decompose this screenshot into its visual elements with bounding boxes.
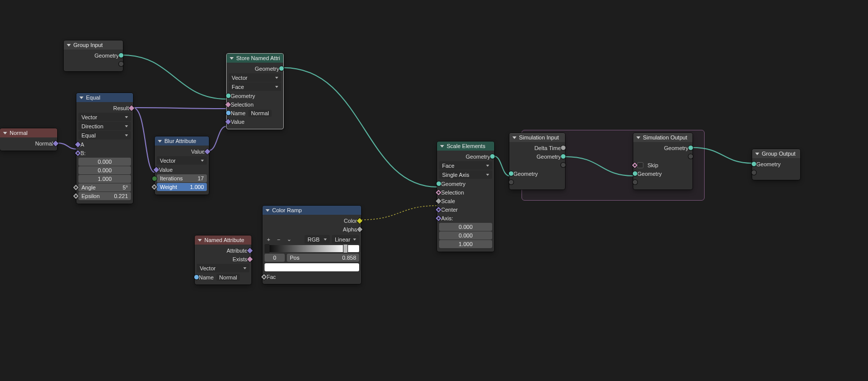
- input-extend[interactable]: [635, 178, 690, 186]
- node-header[interactable]: Named Attribute: [195, 235, 251, 245]
- socket-in-selection[interactable]: [225, 102, 231, 107]
- socket-out-geometry[interactable]: [688, 146, 693, 150]
- dropdown-data-type[interactable]: Vector: [197, 264, 249, 272]
- socket-in-extend[interactable]: [752, 170, 756, 175]
- output-color[interactable]: Color: [265, 216, 359, 225]
- socket-out-result[interactable]: [128, 105, 134, 111]
- input-extend[interactable]: [511, 178, 563, 186]
- input-geometry[interactable]: Geometry: [229, 91, 281, 100]
- socket-in-selection[interactable]: [436, 189, 441, 195]
- name-textbox[interactable]: Normal: [248, 110, 271, 117]
- socket-in-extend[interactable]: [509, 180, 513, 184]
- dropdown-domain[interactable]: Face: [439, 161, 492, 170]
- input-geometry[interactable]: Geometry: [439, 179, 492, 188]
- socket-in-geometry[interactable]: [437, 181, 441, 186]
- input-axis-z[interactable]: 1.000: [439, 240, 492, 248]
- input-angle[interactable]: Angle 5°: [78, 183, 131, 192]
- socket-in-value[interactable]: [153, 167, 159, 172]
- input-geometry[interactable]: Geometry: [511, 169, 563, 178]
- ramp-stop-0[interactable]: [265, 244, 270, 253]
- input-geometry[interactable]: Geometry: [635, 169, 690, 178]
- node-header[interactable]: Group Output: [752, 149, 800, 158]
- socket-out-extend[interactable]: [688, 154, 693, 159]
- output-geometry[interactable]: Geometry: [511, 152, 563, 161]
- ramp-stop-color-swatch[interactable]: [265, 263, 359, 271]
- input-axis-label[interactable]: Axis:: [439, 214, 492, 222]
- node-header[interactable]: Color Ramp: [263, 206, 361, 215]
- input-b-x[interactable]: 0.000: [78, 158, 131, 166]
- socket-out-normal[interactable]: [53, 140, 58, 146]
- output-result[interactable]: Result: [78, 104, 131, 112]
- socket-out-extend[interactable]: [119, 62, 123, 66]
- output-alpha[interactable]: Alpha: [265, 225, 359, 233]
- output-geometry[interactable]: Geometry: [635, 144, 690, 152]
- socket-in-value[interactable]: [225, 119, 231, 124]
- socket-in-extend[interactable]: [633, 180, 637, 184]
- dropdown-interpolation[interactable]: Linear: [332, 235, 359, 244]
- input-b-label[interactable]: B:: [78, 149, 131, 157]
- socket-out-value[interactable]: [204, 149, 210, 154]
- socket-out-geometry[interactable]: [561, 154, 566, 159]
- socket-in-center[interactable]: [436, 207, 441, 212]
- node-header[interactable]: Group Input: [64, 40, 123, 50]
- ramp-stop-index[interactable]: 0: [265, 254, 285, 262]
- socket-in-iterations[interactable]: [152, 176, 157, 181]
- skip-checkbox[interactable]: [637, 162, 643, 168]
- node-scale-elements[interactable]: Scale Elements Geometry Face Single Axis…: [437, 141, 494, 252]
- input-value[interactable]: Value: [229, 117, 281, 126]
- node-header[interactable]: Blur Attribute: [155, 136, 209, 146]
- output-normal[interactable]: Normal: [2, 139, 55, 148]
- input-iterations[interactable]: Iterations 17: [157, 174, 207, 182]
- socket-in-geometry[interactable]: [633, 171, 637, 176]
- input-fac[interactable]: Fac: [265, 272, 359, 281]
- node-header[interactable]: Normal: [0, 128, 57, 137]
- socket-out-exists[interactable]: [247, 256, 252, 262]
- socket-out-delta-time[interactable]: [561, 146, 566, 150]
- socket-in-weight[interactable]: [151, 184, 157, 189]
- socket-in-epsilon[interactable]: [73, 193, 78, 199]
- socket-in-geometry[interactable]: [226, 93, 231, 98]
- node-header[interactable]: Scale Elements: [437, 141, 494, 151]
- socket-out-geometry[interactable]: [490, 154, 495, 159]
- dropdown-color-mode[interactable]: RGB: [305, 235, 330, 244]
- output-attribute[interactable]: Attribute: [197, 246, 249, 255]
- dropdown-mode[interactable]: Direction: [78, 122, 131, 130]
- socket-out-attribute[interactable]: [247, 248, 252, 253]
- socket-in-skip[interactable]: [632, 162, 637, 168]
- socket-in-fac[interactable]: [261, 274, 267, 279]
- input-scale[interactable]: Scale: [439, 197, 492, 205]
- node-store-named-attribute[interactable]: Store Named Attrib... Geometry Vector Fa…: [226, 53, 284, 129]
- socket-out-extend[interactable]: [561, 163, 566, 167]
- socket-in-name[interactable]: [194, 275, 199, 279]
- input-geometry[interactable]: Geometry: [754, 160, 798, 168]
- output-geometry[interactable]: Geometry: [66, 51, 121, 60]
- ramp-stop-position[interactable]: Pos 0.858: [287, 254, 359, 262]
- dropdown-scale-mode[interactable]: Single Axis: [439, 170, 492, 179]
- socket-out-color[interactable]: [357, 218, 362, 223]
- input-a[interactable]: A: [78, 140, 131, 149]
- output-geometry[interactable]: Geometry: [229, 64, 281, 73]
- input-selection[interactable]: Selection: [439, 188, 492, 197]
- input-weight[interactable]: Weight 1.000: [157, 183, 207, 191]
- socket-in-geometry[interactable]: [509, 171, 513, 176]
- input-name[interactable]: Name Normal: [229, 109, 281, 117]
- socket-in-a[interactable]: [75, 141, 80, 147]
- output-exists[interactable]: Exists: [197, 255, 249, 263]
- dropdown-data-type[interactable]: Vector: [229, 73, 281, 82]
- input-skip[interactable]: Skip: [635, 161, 690, 169]
- input-b-y[interactable]: 0.000: [78, 166, 131, 174]
- node-header[interactable]: Store Named Attrib...: [227, 54, 283, 63]
- node-header[interactable]: Equal: [76, 93, 133, 102]
- node-named-attribute[interactable]: Named Attribute Attribute Exists Vector …: [195, 235, 251, 284]
- socket-in-geometry[interactable]: [752, 162, 756, 166]
- input-selection[interactable]: Selection: [229, 100, 281, 109]
- node-header[interactable]: Simulation Input: [509, 133, 565, 142]
- output-value[interactable]: Value: [157, 147, 207, 156]
- node-group-input[interactable]: Group Input Geometry: [64, 40, 123, 71]
- input-epsilon[interactable]: Epsilon 0.221: [78, 192, 131, 200]
- socket-in-name[interactable]: [226, 111, 231, 115]
- dropdown-data-type[interactable]: Vector: [78, 113, 131, 121]
- output-extend[interactable]: [511, 161, 563, 169]
- output-geometry[interactable]: Geometry: [439, 152, 492, 161]
- socket-out-geometry[interactable]: [279, 66, 284, 71]
